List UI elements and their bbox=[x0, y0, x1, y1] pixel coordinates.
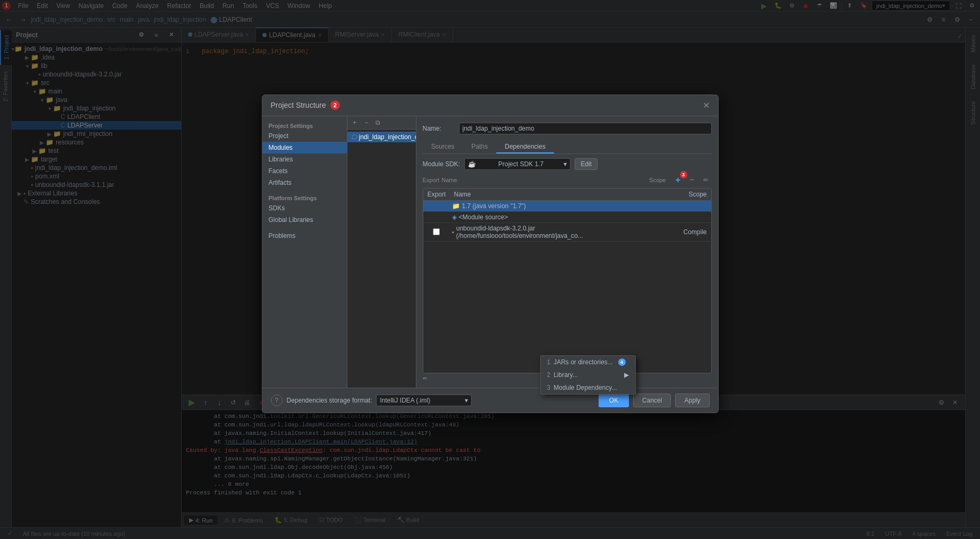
col-name: Name bbox=[450, 189, 658, 200]
dep-edit-btn[interactable]: ✏ bbox=[700, 174, 712, 186]
dropdown-library[interactable]: 2 Library... ▶ bbox=[541, 369, 635, 381]
name-label: Name: bbox=[423, 125, 455, 132]
module-name: jndi_ldap_injection_d... bbox=[359, 133, 416, 141]
modal-help-btn[interactable]: ? bbox=[271, 395, 283, 406]
nav-sdks[interactable]: SDKs bbox=[262, 202, 347, 214]
name-field-row: Name: bbox=[423, 123, 712, 134]
col-export: Export bbox=[423, 189, 450, 200]
nav-project[interactable]: Project bbox=[262, 130, 347, 142]
add-badge: 3 bbox=[680, 171, 687, 178]
deps-rows: 📁 1.7 (java version "1.7") ◈ <Mo bbox=[423, 201, 711, 242]
dropdown-arrow-library: ▶ bbox=[624, 371, 629, 379]
edit-pencil-icon[interactable]: ✏ bbox=[423, 375, 427, 381]
cancel-button[interactable]: Cancel bbox=[633, 393, 671, 407]
dropdown-label-library: Library... bbox=[553, 371, 578, 379]
paths-tab[interactable]: Paths bbox=[463, 141, 497, 153]
modal-main-content: Name: Sources Paths Dependencies Module … bbox=[416, 116, 718, 388]
sdk-value: Project SDK 1.7 bbox=[498, 160, 543, 168]
dep-check-3 bbox=[423, 228, 450, 235]
apply-button[interactable]: Apply bbox=[675, 393, 709, 407]
name-input[interactable] bbox=[459, 123, 712, 134]
modal-title-text: Project Structure bbox=[271, 101, 326, 109]
nav-problems[interactable]: Problems bbox=[262, 230, 347, 242]
module-copy-btn[interactable]: ⧉ bbox=[373, 117, 384, 128]
deps-table-header: Export Name Scope bbox=[423, 189, 711, 201]
sdk-edit-button[interactable]: Edit bbox=[575, 158, 598, 170]
dropdown-jars[interactable]: 1 JARs or directories... 4 bbox=[541, 356, 635, 369]
modal-title: Project Structure 2 bbox=[271, 100, 340, 110]
dropdown-num-1: 1 bbox=[547, 358, 551, 366]
deps-table: Export Name Scope 📁 1.7 (java version "1… bbox=[423, 188, 712, 373]
module-toolbar: + − ⧉ bbox=[347, 116, 416, 130]
modal-body: Project Settings Project Modules Librari… bbox=[262, 116, 718, 388]
dep-name-3: ▪ unboundid-ldapsdk-3.2.0.jar (/home/fun… bbox=[450, 225, 658, 239]
dependencies-tab[interactable]: Dependencies bbox=[496, 141, 554, 153]
dep-row-1[interactable]: 📁 1.7 (java version "1.7") bbox=[423, 201, 711, 212]
nav-modules[interactable]: Modules bbox=[262, 142, 347, 153]
dep-add-icon: + bbox=[676, 175, 680, 185]
col-name-header: Name bbox=[441, 177, 647, 183]
dep-row-3[interactable]: ▪ unboundid-ldapsdk-3.2.0.jar (/home/fun… bbox=[423, 223, 711, 242]
dropdown-module-dep[interactable]: 3 Module Dependency... bbox=[541, 381, 635, 394]
add-dependency-dropdown: 1 JARs or directories... 4 2 Library... … bbox=[540, 355, 636, 395]
dep-checkbox-3[interactable] bbox=[433, 228, 440, 235]
storage-label: Dependencies storage format: bbox=[287, 397, 372, 404]
jars-badge: 4 bbox=[618, 358, 626, 366]
sdk-label: Module SDK: bbox=[423, 160, 461, 168]
module-icon: ⬡ bbox=[352, 133, 357, 141]
sdk-select-icon: ☕ bbox=[468, 160, 476, 168]
dropdown-num-2: 2 bbox=[547, 371, 551, 379]
footer-buttons: OK Cancel Apply bbox=[599, 393, 710, 407]
modal-badge: 2 bbox=[330, 100, 340, 110]
storage-value: IntelliJ IDEA (.iml) bbox=[380, 397, 430, 404]
dep-name-2: ◈ <Module source> bbox=[450, 213, 658, 221]
dep-remove-btn[interactable]: − bbox=[686, 174, 698, 186]
modal-header: Project Structure 2 ✕ bbox=[262, 95, 718, 116]
module-item-main[interactable]: ⬡ jndi_ldap_injection_d... bbox=[347, 132, 416, 142]
dropdown-label-jars: JARs or directories... bbox=[553, 358, 612, 366]
dropdown-label-module-dep: Module Dependency... bbox=[553, 384, 617, 391]
dep-scope-text-3: Compile bbox=[683, 228, 706, 236]
nav-facets[interactable]: Facets bbox=[262, 165, 347, 177]
nav-libraries[interactable]: Libraries bbox=[262, 153, 347, 165]
module-remove-btn[interactable]: − bbox=[361, 117, 372, 128]
sdk-row: Module SDK: ☕ Project SDK 1.7 ▾ Edit bbox=[423, 158, 712, 170]
nav-global-libs[interactable]: Global Libraries bbox=[262, 214, 347, 226]
modal-close-btn[interactable]: ✕ bbox=[703, 100, 710, 110]
col-scope-header: Scope bbox=[649, 177, 666, 183]
sources-tab[interactable]: Sources bbox=[423, 141, 463, 153]
content-tabs: Sources Paths Dependencies bbox=[423, 141, 712, 154]
storage-arrow: ▾ bbox=[465, 397, 468, 404]
dep-name-text-1: 1.7 (java version "1.7") bbox=[462, 202, 526, 210]
project-structure-modal: Project Structure 2 ✕ Project Settings P… bbox=[262, 95, 719, 413]
sdk-select-arrow: ▾ bbox=[564, 160, 567, 168]
dep-scope-3: Compile bbox=[658, 228, 711, 236]
footer-storage-row: Dependencies storage format: IntelliJ ID… bbox=[287, 395, 472, 406]
col-scope: Scope bbox=[658, 189, 711, 200]
ok-button[interactable]: OK bbox=[599, 393, 629, 407]
project-settings-label: Project Settings bbox=[262, 121, 347, 130]
modal-footer: ? Dependencies storage format: IntelliJ … bbox=[262, 388, 718, 413]
nav-artifacts[interactable]: Artifacts bbox=[262, 177, 347, 189]
dropdown-num-3: 3 bbox=[547, 384, 551, 391]
platform-settings-label: Platform Settings bbox=[262, 193, 347, 202]
dep-row-2[interactable]: ◈ <Module source> bbox=[423, 212, 711, 223]
modal-overlay: Project Structure 2 ✕ Project Settings P… bbox=[0, 0, 980, 539]
module-add-btn[interactable]: + bbox=[350, 117, 360, 128]
col-export-header: Export bbox=[423, 177, 440, 183]
dep-name-text-2: <Module source> bbox=[459, 213, 508, 221]
dep-jar-icon: ▪ bbox=[452, 228, 454, 236]
modal-nav: Project Settings Project Modules Librari… bbox=[262, 116, 347, 388]
dep-name-text-3: unboundid-ldapsdk-3.2.0.jar (/home/funsi… bbox=[456, 225, 656, 239]
dep-folder-icon-1: 📁 bbox=[452, 202, 460, 210]
storage-select[interactable]: IntelliJ IDEA (.iml) ▾ bbox=[376, 395, 472, 406]
sdk-select[interactable]: ☕ Project SDK 1.7 ▾ bbox=[464, 158, 570, 170]
dep-name-1: 📁 1.7 (java version "1.7") bbox=[450, 202, 658, 210]
dep-add-btn[interactable]: + 3 bbox=[672, 174, 684, 186]
dep-source-icon: ◈ bbox=[452, 213, 457, 221]
